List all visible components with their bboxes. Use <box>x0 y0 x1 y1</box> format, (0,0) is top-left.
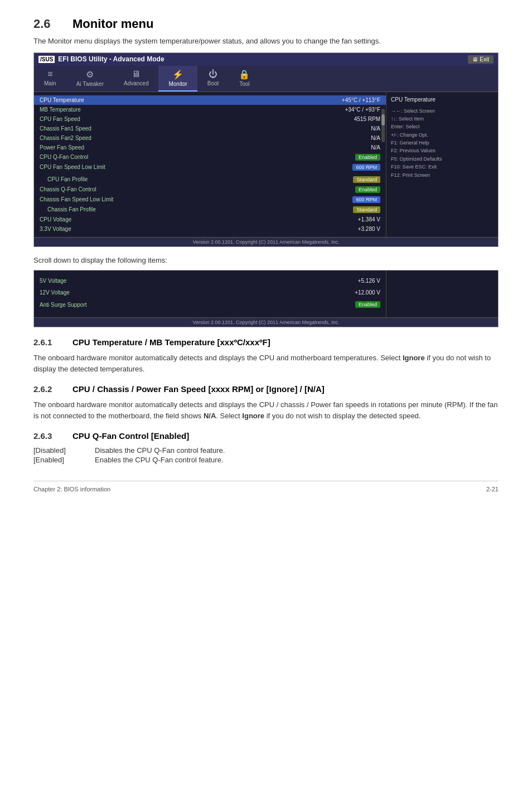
subsection-262-title: CPU / Chassis / Power Fan Speed [xxxx RP… <box>72 384 325 394</box>
help-line-9: F12: Print Screen <box>391 171 494 179</box>
exit-button[interactable]: 🖥 Exit <box>468 55 494 64</box>
row-mb-temp[interactable]: MB Temperature +34°C / +93°F <box>34 105 386 114</box>
nav-ai-tweaker[interactable]: ⚙ Ai Tweaker <box>66 66 114 91</box>
row-cpu-voltage-value: +1.384 V <box>358 216 380 223</box>
help-line-5: F1: General Help <box>391 139 494 147</box>
nav-advanced[interactable]: 🖥 Advanced <box>114 66 158 91</box>
row-chassis-qfan-label: Chassis Q-Fan Control <box>40 186 355 192</box>
row-cpu-fan-value: 4515 RPM <box>354 116 380 122</box>
def-list-263: [Disabled] Disables the CPU Q-Fan contro… <box>33 446 499 464</box>
bottom-left: Chapter 2: BIOS information <box>33 486 110 492</box>
ignore-word-1: Ignore <box>403 354 425 362</box>
exit-icon: 🖥 <box>472 56 478 62</box>
subsection-261-body: The onboard hardware monitor automatical… <box>33 352 499 374</box>
exit-label: Exit <box>480 56 489 62</box>
subsection-261-num: 2.6.1 <box>33 337 61 347</box>
row-anti-surge[interactable]: Anti Surge Support Enabled <box>34 299 386 310</box>
row-chassis-qfan[interactable]: Chassis Q-Fan Control Enabled <box>34 185 386 195</box>
row-power-fan-label: Power Fan Speed <box>40 144 371 151</box>
row-cpu-voltage-label: CPU Voltage <box>40 216 358 223</box>
row-cpu-fan-low[interactable]: CPU Fan Speed Low Limit 600 RPM <box>34 162 386 172</box>
row-power-fan[interactable]: Power Fan Speed N/A <box>34 143 386 152</box>
nav-advanced-label: Advanced <box>124 80 148 86</box>
row-33v[interactable]: 3.3V Voltage +3.280 V <box>34 224 386 234</box>
row-5v-value: +5.126 V <box>358 278 380 284</box>
row-chassis-fan1-value: N/A <box>371 125 380 132</box>
def-term-enabled: [Enabled] <box>33 456 84 464</box>
tool-icon: 🔒 <box>239 69 250 80</box>
def-row-disabled: [Disabled] Disables the CPU Q-Fan contro… <box>33 446 499 455</box>
bios-nav: ≡ Main ⚙ Ai Tweaker 🖥 Advanced ⚡ Monitor… <box>34 66 498 92</box>
bottom-bar: Chapter 2: BIOS information 2-21 <box>33 481 499 492</box>
bios-right-title: CPU Temperature <box>391 96 494 103</box>
row-chassis-fan1[interactable]: Chassis Fan1 Speed N/A <box>34 124 386 133</box>
def-term-disabled: [Disabled] <box>33 446 84 455</box>
bios-help: →←: Select Screen ↑↓: Select Item Enter:… <box>391 107 494 180</box>
row-anti-surge-label: Anti Surge Support <box>40 302 355 308</box>
subsection-262-header: 2.6.2 CPU / Chassis / Power Fan Speed [x… <box>33 384 499 397</box>
row-cpu-temp-label: CPU Temperature <box>40 97 342 103</box>
row-cpu-fan[interactable]: CPU Fan Speed 4515 RPM <box>34 114 386 124</box>
row-chassis-qfan-value: Enabled <box>355 186 380 193</box>
row-cpu-qfan-value: Enabled <box>355 154 380 161</box>
scrollbar[interactable] <box>381 109 385 142</box>
bios-right-panel: CPU Temperature →←: Select Screen ↑↓: Se… <box>386 92 498 237</box>
row-chassis-fan1-label: Chassis Fan1 Speed <box>40 125 371 132</box>
row-cpu-temp-value: +45°C / +113°F <box>342 97 380 103</box>
subsection-263-title: CPU Q-Fan Control [Enabled] <box>72 431 189 441</box>
row-chassis-fan-low[interactable]: Chassis Fan Speed Low Limit 600 RPM <box>34 195 386 205</box>
row-chassis-fan-profile[interactable]: Chassis Fan Profile Standard <box>34 205 386 215</box>
row-cpu-qfan[interactable]: CPU Q-Fan Control Enabled <box>34 152 386 162</box>
row-cpu-fan-profile[interactable]: CPU Fan Profile Standard <box>34 175 386 185</box>
row-12v[interactable]: 12V Voltage +12.000 V <box>34 288 386 297</box>
subsection-262-body: The onboard hardware monitor automatical… <box>33 399 499 421</box>
nav-boot[interactable]: ⏻ Boot <box>197 66 229 91</box>
row-chassis-fan2[interactable]: Chassis Fan2 Speed N/A <box>34 133 386 143</box>
bios-content2: 5V Voltage +5.126 V 12V Voltage +12.000 … <box>34 270 498 317</box>
row-33v-value: +3.280 V <box>358 226 380 232</box>
def-desc-disabled: Disables the CPU Q-Fan control feature. <box>95 446 225 455</box>
nav-main[interactable]: ≡ Main <box>34 66 66 91</box>
nav-main-label: Main <box>44 80 56 86</box>
bios-window-main: /SUS EFI BIOS Utility - Advanced Mode 🖥 … <box>33 52 499 247</box>
nav-monitor[interactable]: ⚡ Monitor <box>158 66 197 91</box>
section-title: Monitor menu <box>72 17 153 31</box>
bios-window-scrolled: 5V Voltage +5.126 V 12V Voltage +12.000 … <box>33 270 499 327</box>
row-chassis-fan-profile-value: Standard <box>353 206 380 213</box>
row-cpu-fan-low-value: 600 RPM <box>352 164 380 171</box>
subsection-263-header: 2.6.3 CPU Q-Fan Control [Enabled] <box>33 431 499 444</box>
row-cpu-fan-label: CPU Fan Speed <box>40 116 354 122</box>
row-mb-temp-label: MB Temperature <box>40 107 345 113</box>
row-cpu-fan-low-label: CPU Fan Speed Low Limit <box>40 164 352 170</box>
row-5v-label: 5V Voltage <box>40 278 358 284</box>
section-header: 2.6 Monitor menu <box>33 17 499 31</box>
help-line-4: +/-: Change Opt. <box>391 131 494 139</box>
row-cpu-qfan-label: CPU Q-Fan Control <box>40 154 355 160</box>
row-5v[interactable]: 5V Voltage +5.126 V <box>34 276 386 286</box>
subsection-261-header: 2.6.1 CPU Temperature / MB Temperature [… <box>33 337 499 350</box>
help-line-1: →←: Select Screen <box>391 107 494 115</box>
bios-title: EFI BIOS Utility - Advanced Mode <box>58 55 164 63</box>
na-word: N/A <box>204 412 216 420</box>
asus-logo: /SUS <box>38 56 55 63</box>
row-chassis-fan-profile-label: Chassis Fan Profile <box>40 206 353 212</box>
ai-tweaker-icon: ⚙ <box>86 69 94 80</box>
row-12v-value: +12.000 V <box>355 289 380 296</box>
row-cpu-voltage[interactable]: CPU Voltage +1.384 V <box>34 215 386 224</box>
nav-boot-label: Boot <box>207 80 219 86</box>
nav-tool[interactable]: 🔒 Tool <box>229 66 260 91</box>
bios-left2: 5V Voltage +5.126 V 12V Voltage +12.000 … <box>34 270 386 317</box>
row-12v-label: 12V Voltage <box>40 289 355 296</box>
bios-left-panel: CPU Temperature +45°C / +113°F MB Temper… <box>34 92 386 237</box>
section-intro: The Monitor menu displays the system tem… <box>33 36 499 47</box>
row-chassis-fan2-label: Chassis Fan2 Speed <box>40 135 371 141</box>
boot-icon: ⏻ <box>209 69 217 79</box>
row-cpu-temp[interactable]: CPU Temperature +45°C / +113°F <box>34 95 386 105</box>
bios-footer: Version 2.00.1201. Copyright (C) 2011 Am… <box>34 237 498 247</box>
subsection-262-num: 2.6.2 <box>33 384 61 394</box>
nav-ai-tweaker-label: Ai Tweaker <box>76 81 104 87</box>
row-anti-surge-value: Enabled <box>355 301 380 308</box>
main-icon: ≡ <box>47 69 52 79</box>
bios-brand: /SUS EFI BIOS Utility - Advanced Mode <box>38 55 165 63</box>
section-number: 2.6 <box>33 17 61 31</box>
